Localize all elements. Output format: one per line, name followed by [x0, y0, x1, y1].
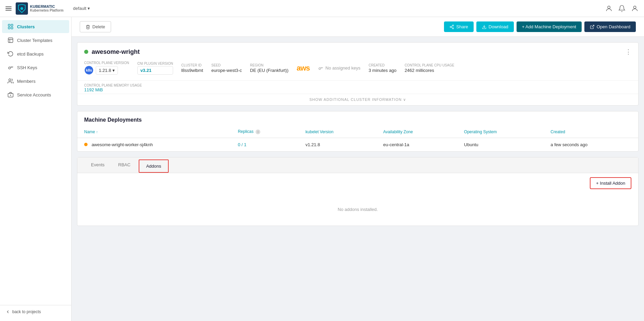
delete-label: Delete [92, 24, 105, 29]
svg-point-15 [450, 26, 451, 28]
sidebar-item-clusters[interactable]: Clusters [2, 20, 69, 33]
cluster-info-card: awesome-wright ⋮ Control Plane Version k… [77, 42, 639, 106]
row-kubelet: v1.21.8 [299, 138, 377, 152]
delete-icon [86, 25, 90, 29]
sidebar-members-label: Members [17, 79, 35, 84]
col-replicas: Replicas i [231, 126, 299, 138]
sidebar-item-service-accounts[interactable]: Service Accounts [2, 88, 69, 101]
show-additional-info[interactable]: SHOW ADDITIONAL CLUSTER INFORMATION ∨ [77, 94, 638, 105]
toolbar-right: Share Download + Add Machine Deployment [444, 21, 636, 32]
cluster-context-menu[interactable]: ⋮ [625, 48, 631, 56]
tab-addons[interactable]: Addons [139, 159, 169, 173]
created-label: Created [369, 63, 397, 67]
cluster-id-label: Cluster ID [181, 63, 203, 67]
accounts-icon [7, 92, 14, 98]
svg-rect-8 [8, 38, 13, 43]
ssh-keys-group: No assigned keys [318, 65, 361, 71]
control-plane-version-value: k8s 1.21.8 ▾ [84, 65, 129, 75]
project-selector[interactable]: default ▾ [73, 6, 90, 11]
notifications-icon[interactable] [618, 5, 626, 12]
cpu-usage-label: Control Plane CPU Usage [404, 63, 454, 67]
svg-line-18 [451, 26, 453, 26]
row-replicas: 0 / 1 [231, 138, 299, 152]
sidebar-item-cluster-templates[interactable]: Cluster Templates [2, 34, 69, 47]
project-name: default [73, 6, 86, 11]
machine-deployments-card: Machine Deployments Name ↑ Replicas i ku… [77, 111, 639, 152]
cluster-id-group: Cluster ID l8ss9wlbmt [181, 63, 203, 73]
cni-version-badge: v3.21 [137, 66, 173, 75]
sort-icon[interactable]: ↑ [96, 130, 98, 134]
provider-group: aws [297, 64, 310, 73]
memory-usage-label: Control Plane Memory Usage [84, 83, 631, 87]
content-toolbar: Delete Share Download [72, 17, 644, 37]
back-to-projects[interactable]: back to projects [5, 309, 66, 314]
tabs-bar: Events RBAC Addons [77, 157, 638, 173]
addons-toolbar: + Install Addon [77, 173, 638, 193]
share-button[interactable]: Share [444, 21, 474, 32]
created-value: 3 minutes ago [369, 68, 397, 73]
seed-value: europe-west3-c [211, 68, 242, 73]
backup-icon [7, 51, 14, 57]
row-name: awesome-wright-worker-sj4knh [77, 138, 231, 152]
replicas-info-icon[interactable]: i [256, 129, 260, 134]
sidebar-item-etcd-backups[interactable]: etcd Backups [2, 47, 69, 60]
svg-rect-6 [8, 27, 10, 29]
back-arrow-icon [5, 309, 10, 314]
col-os: Operating System [457, 126, 544, 138]
open-dashboard-label: Open Dashboard [597, 24, 630, 29]
table-row[interactable]: awesome-wright-worker-sj4knh 0 / 1 v1.21… [77, 138, 638, 152]
topbar: KUBERMATIC Kubernetes Platform default ▾ [0, 0, 644, 17]
svg-point-16 [453, 28, 454, 29]
install-addon-button[interactable]: + Install Addon [590, 177, 631, 189]
seed-group: Seed europe-west3-c [211, 63, 242, 73]
cluster-status-indicator [84, 50, 88, 54]
cluster-name: awesome-wright [92, 48, 140, 56]
tab-events[interactable]: Events [84, 157, 111, 173]
sidebar-templates-label: Cluster Templates [17, 38, 52, 43]
replicas-value: 0 / 1 [238, 142, 246, 147]
main-content: Delete Share Download [72, 17, 644, 321]
tab-rbac[interactable]: RBAC [111, 157, 137, 173]
cni-plugin-group: CNI Plugin Version v3.21 [137, 62, 173, 75]
share-icon [449, 25, 454, 29]
no-assigned-keys: No assigned keys [325, 65, 361, 71]
chevron-down-icon: ▾ [88, 6, 90, 11]
memory-usage-row: Control Plane Memory Usage 1192 MiB [77, 81, 638, 94]
open-dashboard-button[interactable]: Open Dashboard [584, 21, 636, 32]
seed-label: Seed [211, 63, 242, 67]
created-group: Created 3 minutes ago [369, 63, 397, 73]
cni-label: CNI Plugin Version [137, 62, 173, 65]
download-label: Download [489, 24, 508, 29]
sidebar: Clusters Cluster Templates etcd Backups [0, 17, 72, 321]
row-created: a few seconds ago [544, 138, 638, 152]
cpu-usage-value: 2462 millicores [404, 68, 454, 73]
cluster-icon [7, 24, 14, 30]
version-dropdown[interactable]: 1.21.8 ▾ [96, 66, 118, 75]
control-plane-version-label: Control Plane Version [84, 61, 129, 65]
svg-point-10 [9, 79, 11, 81]
back-label: back to projects [12, 309, 41, 314]
sidebar-service-accounts-label: Service Accounts [17, 92, 51, 97]
worker-status-dot [84, 143, 88, 146]
tabs-section: Events RBAC Addons + Install Addon No ad… [77, 157, 639, 226]
svg-point-14 [453, 25, 454, 26]
account-icon[interactable] [605, 5, 613, 12]
svg-point-9 [9, 67, 11, 69]
ssh-key-icon [7, 64, 14, 71]
svg-line-20 [592, 25, 594, 27]
sidebar-item-members[interactable]: Members [2, 75, 69, 88]
user-profile-icon[interactable] [631, 5, 639, 12]
machine-deployments-title: Machine Deployments [77, 111, 638, 126]
hamburger-menu[interactable] [5, 6, 12, 11]
sidebar-ssh-label: SSH Keys [17, 65, 37, 70]
col-created: Created [544, 126, 638, 138]
download-button[interactable]: Download [476, 21, 514, 32]
delete-button[interactable]: Delete [80, 21, 111, 32]
svg-point-1 [20, 7, 23, 10]
sidebar-clusters-label: Clusters [17, 24, 35, 29]
add-machine-deployment-button[interactable]: + Add Machine Deployment [517, 21, 582, 32]
dropdown-arrow: ▾ [112, 68, 115, 73]
key-icon [318, 65, 323, 71]
svg-line-17 [451, 27, 453, 28]
sidebar-item-ssh-keys[interactable]: SSH Keys [2, 61, 69, 74]
